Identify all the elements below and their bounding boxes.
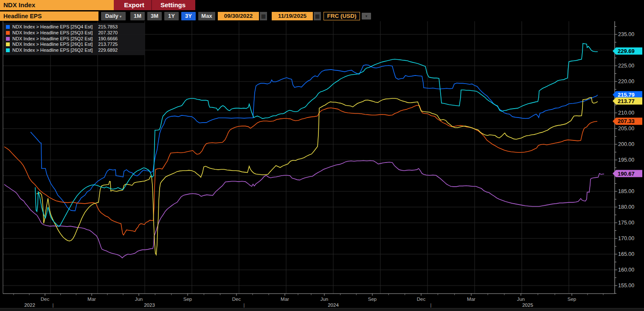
source-currency-field[interactable]: FRC (USD): [323, 12, 360, 20]
axis-label: 195.00: [618, 157, 634, 163]
legend-item[interactable]: NDX Index > Headline EPS [26Q1 Est]213.7…: [6, 42, 142, 48]
axis-label: Sep: [568, 297, 576, 302]
series-swatch-icon: [6, 48, 10, 52]
chevron-down-icon: ▾: [120, 14, 122, 19]
axis-label: Mar: [87, 297, 96, 302]
axis-label: Dec: [417, 297, 426, 302]
axis-label: 205.00: [618, 126, 634, 132]
axis-label: 200.00: [618, 141, 634, 147]
legend-value: 213.7725: [98, 42, 118, 47]
axis-label: 165.00: [618, 251, 634, 257]
legend-value: 229.6892: [98, 48, 118, 53]
price-tag-value: 215.79: [618, 92, 635, 98]
command-bar: NDX Index Export Settings: [0, 0, 644, 10]
ticker-input[interactable]: NDX Index: [0, 0, 114, 10]
legend-item[interactable]: NDX Index > Headline EPS [25Q2 Est]190.6…: [6, 36, 142, 42]
axis-label: 175.00: [618, 220, 634, 226]
legend-item[interactable]: NDX Index > Headline EPS [26Q2 Est]229.6…: [6, 48, 142, 53]
series-swatch-icon: [6, 37, 10, 41]
series-line-25q2-est: [4, 161, 604, 258]
axis-label: 2023: [144, 303, 155, 308]
date-from-input[interactable]: 09/30/2022: [218, 12, 259, 20]
axis-label: Mar: [467, 297, 475, 302]
window-bottom-edge: [0, 308, 644, 311]
axis-label: 155.00: [618, 283, 634, 289]
price-tag-value: 213.77: [618, 98, 635, 104]
legend-label: NDX Index > Headline EPS [25Q3 Est]: [12, 30, 93, 35]
legend-item[interactable]: NDX Index > Headline EPS [25Q3 Est]207.3…: [6, 30, 142, 36]
axis-label: 2025: [522, 303, 533, 308]
legend-value: 207.3270: [98, 30, 118, 35]
period-dropdown[interactable]: Daily▾: [101, 12, 126, 20]
study-field[interactable]: Headline EPS: [0, 11, 98, 21]
series-swatch-icon: [6, 25, 10, 29]
series-legend: NDX Index > Headline EPS [25Q4 Est]215.7…: [3, 23, 145, 55]
legend-value: 190.6666: [98, 36, 118, 41]
price-tag-value: 229.69: [618, 48, 635, 54]
series-line-26q2-est: [35, 44, 598, 227]
range-button-3m[interactable]: 3M: [147, 12, 162, 20]
axis-label: 220.00: [618, 78, 634, 84]
price-tag-value: 190.67: [618, 171, 635, 177]
legend-label: NDX Index > Headline EPS [25Q2 Est]: [12, 36, 93, 41]
axis-label: 180.00: [618, 204, 634, 210]
calendar-icon[interactable]: ▦: [314, 12, 321, 20]
chart-toolbar: Headline EPS Daily▾ 1M 3M 1Y 3Y Max 09/3…: [0, 11, 644, 21]
calendar-icon[interactable]: ▦: [260, 12, 267, 20]
axis-label: Mar: [281, 297, 289, 302]
range-button-3y[interactable]: 3Y: [181, 12, 196, 20]
axis-label: 185.00: [618, 188, 634, 194]
legend-item[interactable]: NDX Index > Headline EPS [25Q4 Est]215.7…: [6, 24, 142, 30]
range-button-1m[interactable]: 1M: [130, 12, 145, 20]
axis-label: Jun: [517, 297, 525, 302]
series-line-25q3-est: [4, 105, 597, 235]
terminal-window: { "colors":{"header_red":"#9a1c2a","ambe…: [0, 0, 644, 311]
axis-label: 225.00: [618, 63, 634, 69]
legend-value: 215.7853: [98, 24, 118, 29]
period-label: Daily: [105, 13, 118, 19]
range-button-max[interactable]: Max: [198, 12, 215, 20]
axis-label: Sep: [183, 297, 192, 302]
date-to-input[interactable]: 11/19/2025: [272, 12, 313, 20]
axis-label: |: [53, 303, 54, 308]
range-button-1y[interactable]: 1Y: [164, 12, 179, 20]
axis-label: Dec: [41, 297, 50, 302]
axis-label: |: [244, 303, 245, 308]
series-swatch-icon: [6, 31, 10, 35]
legend-label: NDX Index > Headline EPS [25Q4 Est]: [12, 24, 93, 29]
axis-label: 170.00: [618, 235, 634, 241]
settings-button[interactable]: Settings: [153, 0, 193, 10]
axis-label: |: [430, 303, 432, 308]
legend-label: NDX Index > Headline EPS [26Q2 Est]: [12, 48, 93, 53]
price-tag-value: 207.33: [618, 118, 635, 124]
axis-label: 235.00: [618, 31, 634, 37]
export-button[interactable]: Export: [117, 0, 152, 10]
axis-label: Sep: [368, 297, 377, 302]
axis-label: Jun: [135, 297, 143, 302]
axis-label: 2024: [328, 303, 339, 308]
axis-label: Jun: [321, 297, 329, 302]
axis-label: 210.00: [618, 110, 634, 116]
source-dropdown-button[interactable]: ▾: [362, 13, 371, 20]
axis-label: 160.00: [618, 267, 634, 273]
legend-label: NDX Index > Headline EPS [26Q1 Est]: [12, 42, 93, 47]
axis-label: 2022: [24, 303, 35, 308]
series-swatch-icon: [6, 42, 10, 46]
axis-label: Dec: [232, 297, 241, 302]
